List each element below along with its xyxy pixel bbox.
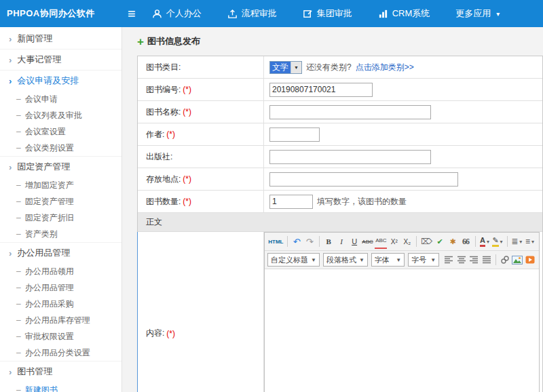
sidebar-item-label: 新闻管理: [17, 33, 52, 45]
superscript-button[interactable]: X²: [388, 235, 400, 249]
add-category-link[interactable]: 点击添加类别>>: [356, 62, 414, 73]
category-select[interactable]: 文学 ▼: [269, 61, 302, 74]
sidebar-item-label: 办公用品领用: [25, 266, 74, 277]
process-approval-icon: [227, 9, 238, 19]
quick-format-button[interactable]: ✱: [447, 235, 459, 249]
nav-item-label: 集团审批: [317, 7, 352, 20]
location-input[interactable]: [269, 172, 458, 187]
sidebar-item-label: 会议室设置: [25, 126, 66, 138]
select-label: 段落格式: [326, 255, 356, 265]
sidebar-item-meeting-group[interactable]: ›会议申请及安排: [0, 71, 121, 91]
field-label: 内容: (*): [138, 232, 264, 392]
undo-button[interactable]: ↶: [291, 235, 303, 249]
align-right-icon: [469, 256, 479, 264]
book-no-input[interactable]: [269, 83, 373, 97]
sidebar-item-supplies-receive[interactable]: –办公用品领用: [0, 263, 121, 279]
rich-text-editor: HTML ↶ ↷ B I U ABC ABC X² X₂: [264, 232, 540, 392]
nav-group-approval[interactable]: 集团审批: [303, 7, 352, 20]
sidebar-item-approval-permission[interactable]: –审批权限设置: [0, 328, 121, 345]
subscript-button[interactable]: X₂: [401, 235, 413, 249]
hamburger-menu-icon[interactable]: ≡: [122, 7, 147, 20]
required-mark: (*): [183, 85, 191, 94]
insert-image-button[interactable]: [512, 253, 523, 267]
sidebar-item-label: 会议申请及安排: [17, 75, 79, 87]
sidebar-item-meeting-room-settings[interactable]: –会议室设置: [0, 123, 121, 140]
sidebar-item-supplies-category[interactable]: –办公用品分类设置: [0, 345, 121, 361]
sidebar-item-label: 固定资产管理: [17, 161, 70, 173]
highlight-pen-icon: ✎: [492, 236, 498, 246]
align-center-button[interactable]: [456, 253, 467, 267]
dash-icon: –: [16, 385, 21, 392]
dash-icon: –: [16, 143, 21, 153]
sidebar-item-books-group[interactable]: ›图书管理: [0, 361, 121, 382]
font-family-select[interactable]: 字体▼: [371, 253, 405, 267]
sidebar-item-asset-category[interactable]: –资产类别: [0, 226, 121, 242]
unordered-list-button[interactable]: ≡▾: [524, 235, 536, 249]
nav-crm-system[interactable]: CRM系统: [378, 7, 430, 20]
spellcheck-button[interactable]: ABC: [375, 235, 387, 249]
book-name-input[interactable]: [269, 105, 431, 119]
italic-button[interactable]: I: [336, 235, 348, 249]
font-size-select[interactable]: 字号▼: [408, 253, 439, 267]
highlight-color-button[interactable]: ✎▾: [492, 235, 504, 249]
font-color-button[interactable]: A▾: [479, 235, 491, 249]
publisher-input[interactable]: [269, 150, 431, 164]
sidebar-item-meeting-apply[interactable]: –会议申请: [0, 91, 121, 107]
quantity-input[interactable]: [269, 195, 313, 209]
underline-button[interactable]: U: [349, 235, 360, 249]
bar-chart-icon: [378, 9, 388, 19]
field-label: 出版社:: [138, 146, 264, 168]
toolbar-separator: [319, 236, 320, 247]
blockquote-button[interactable]: 66: [460, 235, 472, 249]
paragraph-format-select[interactable]: 段落格式▼: [323, 253, 368, 267]
ordered-list-button[interactable]: ≣▾: [511, 235, 523, 249]
font-color-icon: A: [480, 236, 485, 246]
chevron-right-icon: ›: [9, 56, 12, 64]
sidebar-item-news-mgmt[interactable]: ›新闻管理: [0, 28, 121, 49]
media-icon: [525, 256, 535, 264]
source-button[interactable]: HTML: [268, 235, 284, 249]
editor-content-area[interactable]: [265, 269, 539, 392]
sidebar-item-supplies-group[interactable]: ›办公用品管理: [0, 243, 121, 263]
bold-button[interactable]: B: [323, 235, 335, 249]
sidebar-item-asset-add[interactable]: –增加固定资产: [0, 177, 121, 193]
clear-format-button[interactable]: ⌦: [420, 235, 432, 249]
chevron-right-icon: ›: [9, 77, 12, 85]
insert-media-button[interactable]: [525, 253, 536, 267]
align-left-button[interactable]: [443, 253, 454, 267]
redo-button[interactable]: ↷: [304, 235, 316, 249]
nav-process-approval[interactable]: 流程审批: [227, 7, 277, 20]
align-justify-button[interactable]: [481, 253, 491, 267]
sidebar-item-label: 会议类别设置: [25, 142, 74, 154]
sidebar-item-book-new[interactable]: –新建图书: [0, 382, 121, 392]
chevron-right-icon: ›: [9, 249, 12, 258]
insert-link-button[interactable]: [500, 253, 510, 267]
select-arrow-icon: ▼: [291, 62, 301, 73]
form-row-location: 存放地点: (*): [138, 168, 542, 191]
select-all-button[interactable]: ✔: [434, 235, 446, 249]
sidebar-item-supplies-purchase[interactable]: –办公用品采购: [0, 296, 121, 312]
sidebar-item-supplies-inventory[interactable]: –办公用品库存管理: [0, 312, 121, 328]
sidebar-item-label: 审批权限设置: [25, 331, 74, 342]
topbar: PHPOA协同办公软件 ≡ 个人办公 流程审批 集团审批 CRM系统: [0, 0, 543, 27]
sidebar-item-asset-depreciation[interactable]: –固定资产折旧: [0, 210, 121, 226]
author-input[interactable]: [269, 128, 320, 142]
sidebar-item-asset-group[interactable]: ›固定资产管理: [0, 157, 121, 177]
sidebar-item-label: 固定资产折旧: [25, 212, 74, 224]
nav-more-apps[interactable]: 更多应用 ▾: [455, 7, 500, 20]
nav-personal-office[interactable]: 个人办公: [152, 7, 202, 20]
sidebar-item-supplies-mgmt[interactable]: –办公用品管理: [0, 279, 121, 296]
align-right-button[interactable]: [468, 253, 479, 267]
label-text: 内容:: [146, 328, 164, 339]
strikethrough-button[interactable]: ABC: [362, 235, 374, 249]
sidebar-item-meeting-list[interactable]: –会议列表及审批: [0, 107, 121, 123]
custom-style-select[interactable]: 自定义标题▼: [267, 253, 320, 267]
sidebar-item-meeting-category-settings[interactable]: –会议类别设置: [0, 140, 121, 156]
unordered-list-icon: ≡: [525, 237, 530, 246]
sidebar-item-label: 新建图书: [25, 385, 58, 392]
sidebar-item-memorabilia-mgmt[interactable]: ›大事记管理: [0, 50, 121, 70]
select-label: 字体: [375, 255, 390, 265]
link-icon: [500, 255, 510, 264]
align-justify-icon: [482, 256, 491, 264]
sidebar-item-asset-mgmt[interactable]: –固定资产管理: [0, 193, 121, 210]
